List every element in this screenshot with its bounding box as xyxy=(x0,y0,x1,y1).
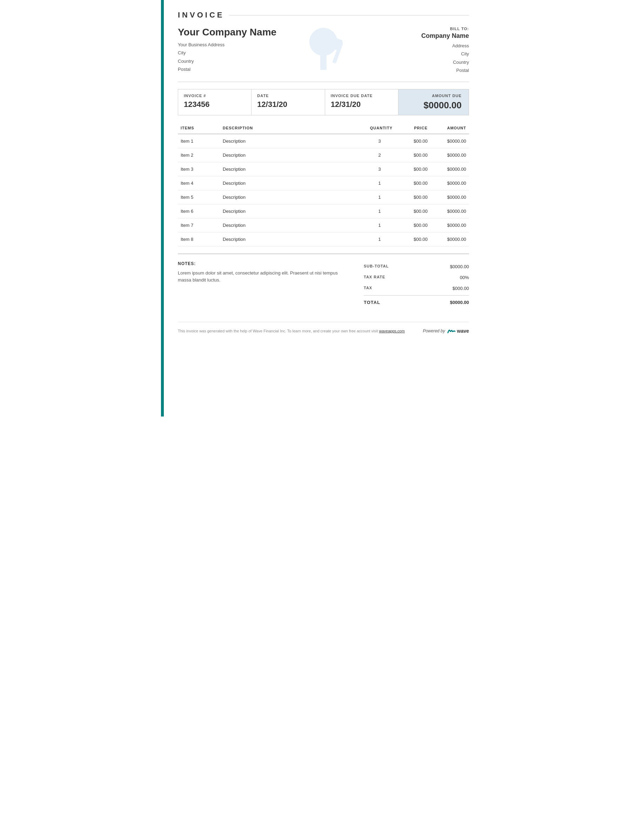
table-row: Item 3 Description 3 $00.00 $0000.00 xyxy=(178,162,469,176)
tax-row: TAX $000.00 xyxy=(364,283,469,294)
table-row: Item 7 Description 1 $00.00 $0000.00 xyxy=(178,218,469,232)
row-description-2: Description xyxy=(220,162,364,176)
company-postal: Postal xyxy=(178,65,399,73)
company-details: Your Business Address City Country Posta… xyxy=(178,41,399,74)
row-item-4: Item 5 xyxy=(178,190,220,204)
bill-to-name: Company Name xyxy=(399,32,469,40)
invoice-title-text: INVOICE xyxy=(178,11,224,19)
footer-text: This invoice was generated with the help… xyxy=(178,329,405,333)
row-amount-4: $0000.00 xyxy=(430,190,469,204)
table-row: Item 4 Description 1 $00.00 $0000.00 xyxy=(178,176,469,190)
total-value: $0000.00 xyxy=(450,300,469,305)
row-amount-1: $0000.00 xyxy=(430,148,469,162)
row-amount-2: $0000.00 xyxy=(430,162,469,176)
col-header-items: ITEMS xyxy=(178,122,220,134)
row-quantity-7: 1 xyxy=(364,232,395,246)
row-amount-6: $0000.00 xyxy=(430,218,469,232)
tax-rate-value: 00% xyxy=(460,275,469,280)
row-price-5: $00.00 xyxy=(395,204,430,218)
table-row: Item 1 Description 3 $00.00 $0000.00 xyxy=(178,134,469,148)
powered-by-text: Powered by xyxy=(423,328,445,333)
tax-rate-row: TAX RATE 00% xyxy=(364,272,469,283)
bill-to-label: BILL TO: xyxy=(399,27,469,31)
bill-to-address: Address xyxy=(399,42,469,50)
company-address: Your Business Address xyxy=(178,41,399,49)
header-content: Your Company Name Your Business Address … xyxy=(178,27,469,75)
company-name: Your Company Name xyxy=(178,27,399,38)
watermark-icon xyxy=(292,23,355,80)
row-amount-5: $0000.00 xyxy=(430,204,469,218)
notes-section: NOTES: Lorem ipsum dolor sit amet, conse… xyxy=(178,261,364,308)
bill-to-country: Country xyxy=(399,58,469,66)
bill-to-details: Address City Country Postal xyxy=(399,42,469,75)
row-description-6: Description xyxy=(220,218,364,232)
wave-logo: wave xyxy=(447,328,469,334)
row-item-6: Item 7 xyxy=(178,218,220,232)
row-amount-7: $0000.00 xyxy=(430,232,469,246)
date-item: DATE 12/31/20 xyxy=(251,89,325,115)
svg-point-0 xyxy=(309,28,337,56)
powered-by: Powered by wave xyxy=(423,328,469,334)
row-description-0: Description xyxy=(220,134,364,148)
row-price-3: $00.00 xyxy=(395,176,430,190)
table-row: Item 5 Description 1 $00.00 $0000.00 xyxy=(178,190,469,204)
row-item-0: Item 1 xyxy=(178,134,220,148)
table-header-row: ITEMS DESCRIPTION QUANTITY PRICE AMOUNT xyxy=(178,122,469,134)
row-price-1: $00.00 xyxy=(395,148,430,162)
tax-label: TAX xyxy=(364,286,372,291)
company-info: Your Company Name Your Business Address … xyxy=(178,27,399,74)
invoice-number-label: INVOICE # xyxy=(184,93,246,98)
col-header-amount: AMOUNT xyxy=(430,122,469,134)
total-row: TOTAL $0000.00 xyxy=(364,295,469,308)
wave-brand-text: wave xyxy=(457,328,469,334)
due-date-item: INVOICE DUE DATE 12/31/20 xyxy=(325,89,398,115)
subtotal-row: SUB-TOTAL $0000.00 xyxy=(364,261,469,272)
subtotal-value: $0000.00 xyxy=(450,264,469,269)
company-city: City xyxy=(178,49,399,57)
footer: This invoice was generated with the help… xyxy=(178,322,469,334)
total-label: TOTAL xyxy=(364,300,380,305)
row-amount-0: $0000.00 xyxy=(430,134,469,148)
invoice-page: INVOICE Your Company Name xyxy=(161,0,483,416)
totals-section: SUB-TOTAL $0000.00 TAX RATE 00% TAX $000… xyxy=(364,261,469,308)
table-row: Item 2 Description 2 $00.00 $0000.00 xyxy=(178,148,469,162)
date-value: 12/31/20 xyxy=(257,100,319,109)
row-quantity-1: 2 xyxy=(364,148,395,162)
row-price-0: $00.00 xyxy=(395,134,430,148)
row-item-5: Item 6 xyxy=(178,204,220,218)
accent-bar xyxy=(161,0,164,416)
row-quantity-5: 1 xyxy=(364,204,395,218)
meta-section: INVOICE # 123456 DATE 12/31/20 INVOICE D… xyxy=(178,89,469,115)
row-price-6: $00.00 xyxy=(395,218,430,232)
bill-to-section: BILL TO: Company Name Address City Count… xyxy=(399,27,469,75)
header-section: INVOICE Your Company Name xyxy=(178,11,469,82)
due-date-label: INVOICE DUE DATE xyxy=(331,93,393,98)
row-quantity-0: 3 xyxy=(364,134,395,148)
row-item-2: Item 3 xyxy=(178,162,220,176)
company-country: Country xyxy=(178,57,399,65)
row-description-7: Description xyxy=(220,232,364,246)
row-description-5: Description xyxy=(220,204,364,218)
svg-rect-1 xyxy=(320,54,327,70)
col-header-description: DESCRIPTION xyxy=(220,122,364,134)
table-row: Item 6 Description 1 $00.00 $0000.00 xyxy=(178,204,469,218)
row-item-3: Item 4 xyxy=(178,176,220,190)
date-label: DATE xyxy=(257,93,319,98)
tax-value: $000.00 xyxy=(452,286,469,291)
table-row: Item 8 Description 1 $00.00 $0000.00 xyxy=(178,232,469,246)
row-price-2: $00.00 xyxy=(395,162,430,176)
row-quantity-2: 3 xyxy=(364,162,395,176)
wave-logo-icon xyxy=(447,328,456,334)
row-price-4: $00.00 xyxy=(395,190,430,204)
row-quantity-3: 1 xyxy=(364,176,395,190)
amount-due-value: $0000.00 xyxy=(406,100,462,111)
invoice-title: INVOICE xyxy=(178,11,469,19)
bill-to-postal: Postal xyxy=(399,66,469,74)
row-item-1: Item 2 xyxy=(178,148,220,162)
notes-text: Lorem ipsum dolor sit amet, consectetur … xyxy=(178,270,350,284)
invoice-number-item: INVOICE # 123456 xyxy=(178,89,251,115)
row-description-4: Description xyxy=(220,190,364,204)
row-price-7: $00.00 xyxy=(395,232,430,246)
col-header-price: PRICE xyxy=(395,122,430,134)
footer-link[interactable]: waveapps.com xyxy=(379,329,405,333)
